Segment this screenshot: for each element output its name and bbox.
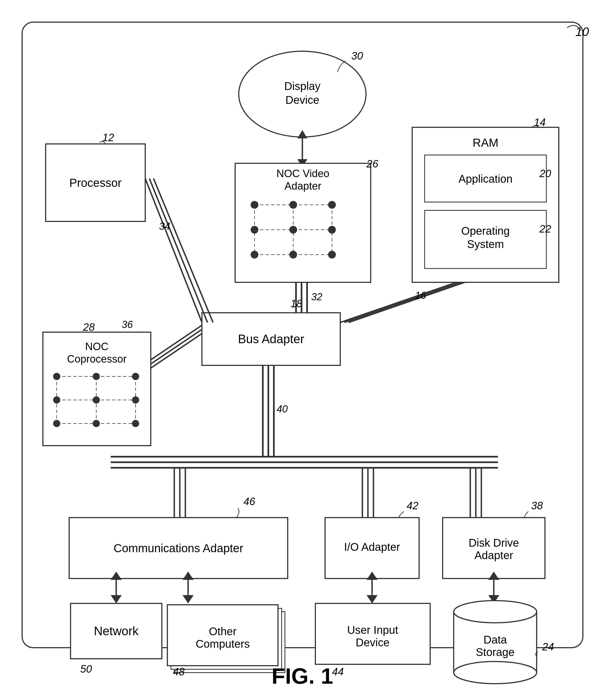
- io-adapter-label1: I/O Adapter: [344, 541, 400, 553]
- bus-34-line2: [149, 178, 208, 322]
- processor-label: Processor: [69, 176, 122, 189]
- application-label: Application: [458, 173, 512, 185]
- ref-42: 42: [406, 500, 418, 511]
- svg-point-14: [93, 396, 100, 404]
- user-input-label2: Device: [356, 636, 390, 649]
- ref-48: 48: [173, 666, 185, 678]
- ref-22: 22: [539, 223, 551, 235]
- svg-point-10: [53, 373, 60, 380]
- ref-30: 30: [351, 50, 363, 62]
- ref-16: 16: [415, 290, 426, 301]
- other-computers-label2: Computers: [195, 638, 250, 650]
- data-storage-top: [454, 601, 537, 623]
- ref-44: 44: [332, 666, 344, 678]
- noc-video-adapter-label1: NOC Video: [277, 168, 330, 179]
- bus-16-r: [348, 282, 465, 322]
- svg-point-18: [132, 420, 139, 427]
- svg-point-4: [251, 226, 258, 233]
- svg-point-15: [132, 396, 139, 404]
- ref-46: 46: [243, 496, 255, 507]
- bus-36-m: [151, 329, 202, 364]
- svg-point-6: [328, 226, 336, 233]
- data-storage-label2: Storage: [476, 646, 515, 658]
- svg-point-13: [53, 396, 60, 404]
- svg-text:Device: Device: [286, 94, 319, 106]
- bus-16-l: [340, 282, 456, 322]
- os-label2: System: [467, 238, 504, 250]
- bus-34-line3: [154, 178, 213, 322]
- svg-point-16: [53, 420, 60, 427]
- ref-38: 38: [531, 500, 543, 511]
- communications-adapter-label: Communications Adapter: [113, 542, 243, 555]
- ref-26: 26: [366, 158, 378, 170]
- svg-point-5: [289, 226, 297, 233]
- other-computers-label1: Other: [209, 625, 237, 638]
- noc-dot-1: [251, 201, 258, 209]
- ref-36: 36: [122, 319, 133, 330]
- svg-point-11: [93, 373, 100, 380]
- noc-coprocessor-label2: Coprocessor: [67, 353, 127, 365]
- bus-34-line: [145, 178, 202, 322]
- arrow-network-down: [111, 595, 122, 603]
- noc-video-adapter-label2: Adapter: [284, 180, 321, 192]
- ref-50: 50: [80, 663, 92, 675]
- ref-28: 28: [83, 321, 95, 333]
- arrow-user-input-down: [367, 595, 377, 603]
- ref-14: 14: [534, 117, 546, 128]
- svg-point-12: [132, 373, 139, 380]
- ram-label: RAM: [473, 136, 498, 149]
- network-label: Network: [94, 624, 139, 638]
- noc-coprocessor-label1: NOC: [85, 341, 108, 352]
- svg-point-7: [251, 251, 258, 258]
- svg-point-9: [328, 251, 336, 258]
- ref-20: 20: [539, 168, 551, 179]
- svg-point-17: [93, 420, 100, 427]
- ref-40: 40: [277, 403, 288, 415]
- ref-32: 32: [311, 291, 322, 302]
- arrow-other-comp-down: [183, 595, 194, 603]
- ref-12: 12: [102, 132, 114, 143]
- user-input-label1: User Input: [347, 624, 398, 636]
- ref-24: 24: [542, 641, 554, 653]
- os-label1: Operating: [461, 225, 510, 237]
- data-storage-bottom: [454, 661, 537, 684]
- data-storage-label1: Data: [483, 633, 507, 646]
- bus-36-l: [151, 325, 202, 360]
- bus-36-r: [151, 333, 202, 368]
- bus-16-m: [344, 282, 461, 322]
- svg-point-2: [289, 201, 297, 209]
- ref-34: 34: [159, 221, 170, 232]
- svg-point-3: [328, 201, 336, 209]
- fig-label: FIG. 1: [272, 664, 333, 689]
- disk-drive-adapter-label2: Adapter: [474, 549, 513, 561]
- bus-adapter-label: Bus Adapter: [238, 332, 304, 346]
- disk-drive-adapter-label1: Disk Drive: [469, 537, 519, 549]
- display-device-label: Display: [284, 80, 320, 92]
- svg-point-8: [289, 251, 297, 258]
